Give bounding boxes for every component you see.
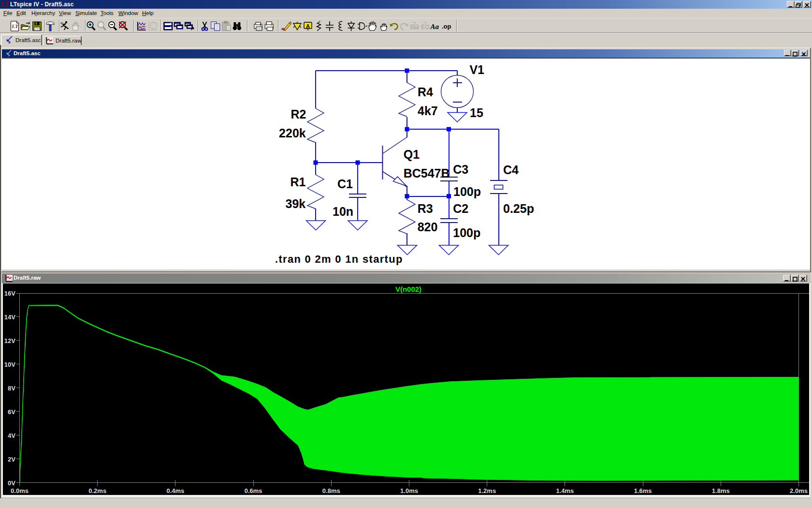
svg-text:4k7: 4k7 <box>418 104 438 118</box>
svg-text:R3: R3 <box>418 202 433 215</box>
svg-text:R1: R1 <box>290 175 306 189</box>
svg-text:C2: C2 <box>453 202 468 215</box>
svg-text:100p: 100p <box>453 185 481 198</box>
svg-text:16V: 16V <box>4 290 15 297</box>
svg-text:0.4ms: 0.4ms <box>166 487 184 494</box>
svg-text:0.2ms: 0.2ms <box>88 487 106 494</box>
svg-text:A: A <box>306 23 310 29</box>
svg-text:1.4ms: 1.4ms <box>556 487 574 494</box>
svg-text:V(n002): V(n002) <box>395 285 421 293</box>
svg-text:Q1: Q1 <box>404 148 420 161</box>
svg-text:R4: R4 <box>418 85 433 99</box>
svg-text:0V: 0V <box>8 479 15 487</box>
svg-text:10n: 10n <box>333 205 353 218</box>
svg-text:LT: LT <box>1 0 9 8</box>
svg-text:820: 820 <box>418 220 438 234</box>
svg-text:12V: 12V <box>4 337 15 344</box>
svg-text:6V: 6V <box>8 408 15 416</box>
svg-text:.tran 0 2m 0 1n startup: .tran 0 2m 0 1n startup <box>275 253 403 265</box>
svg-text:2V: 2V <box>8 456 15 463</box>
svg-text:8V: 8V <box>8 385 15 392</box>
svg-text:E: E <box>410 24 414 30</box>
svg-text:39k: 39k <box>286 197 306 210</box>
svg-text:R2: R2 <box>290 107 306 121</box>
svg-text:1.8ms: 1.8ms <box>712 487 730 494</box>
svg-text:2.0ms: 2.0ms <box>790 487 808 494</box>
svg-text:C3: C3 <box>453 163 468 176</box>
svg-text:0.0ms: 0.0ms <box>11 487 29 494</box>
svg-text:C4: C4 <box>503 163 519 177</box>
svg-text:0.25p: 0.25p <box>503 202 534 215</box>
svg-text:4V: 4V <box>8 432 15 439</box>
svg-text:.op: .op <box>442 23 451 30</box>
svg-text:LT: LT <box>12 23 19 29</box>
svg-text:E: E <box>421 24 425 30</box>
svg-text:1.6ms: 1.6ms <box>634 487 652 494</box>
svg-text:15: 15 <box>470 106 483 120</box>
svg-text:C1: C1 <box>337 177 353 191</box>
svg-text:0.8ms: 0.8ms <box>322 487 340 494</box>
svg-text:BC547B: BC547B <box>404 166 450 180</box>
svg-text:1.2ms: 1.2ms <box>478 487 496 494</box>
svg-text:100p: 100p <box>453 226 480 239</box>
svg-text:Aa: Aa <box>430 23 439 30</box>
svg-text:14V: 14V <box>4 314 15 321</box>
svg-text:V1: V1 <box>469 63 484 76</box>
svg-text:1.0ms: 1.0ms <box>400 487 418 494</box>
svg-text:0.6ms: 0.6ms <box>245 487 262 494</box>
svg-text:220k: 220k <box>279 126 306 140</box>
svg-text:10V: 10V <box>4 361 15 368</box>
